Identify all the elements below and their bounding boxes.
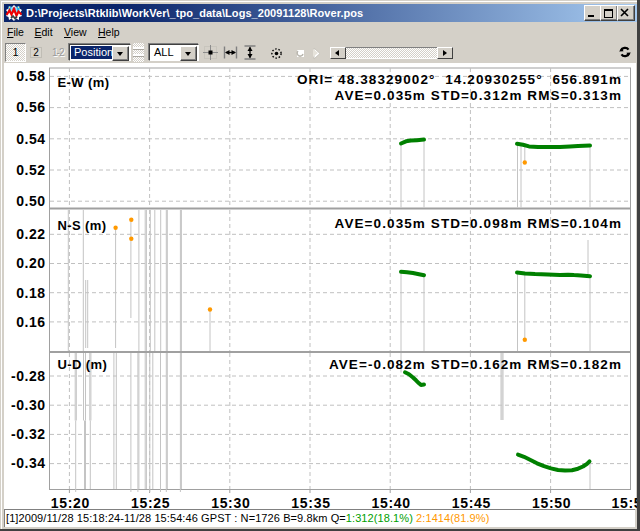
svg-text:-0.32: -0.32 bbox=[11, 426, 45, 442]
svg-text:AVE=0.035m STD=0.312m RMS=0.31: AVE=0.035m STD=0.312m RMS=0.313m bbox=[335, 88, 622, 103]
svg-text:0.58: 0.58 bbox=[16, 68, 45, 84]
svg-text:E-W (m): E-W (m) bbox=[58, 75, 110, 90]
svg-text:0.18: 0.18 bbox=[16, 285, 45, 301]
svg-text:0.50: 0.50 bbox=[16, 193, 45, 209]
svg-text:AVE=-0.082m STD=0.162m RMS=0.1: AVE=-0.082m STD=0.162m RMS=0.182m bbox=[329, 357, 622, 372]
svg-text:0.52: 0.52 bbox=[16, 162, 45, 178]
svg-text:0.56: 0.56 bbox=[16, 99, 45, 115]
svg-text:ORI= 48.38329002° 14.20930255: ORI= 48.38329002° 14.20930255° 656.891m bbox=[297, 72, 622, 87]
svg-text:N-S (m): N-S (m) bbox=[58, 218, 107, 233]
svg-text:0.20: 0.20 bbox=[16, 255, 45, 271]
svg-text:U-D (m): U-D (m) bbox=[58, 357, 108, 372]
svg-text:-0.34: -0.34 bbox=[11, 455, 45, 471]
svg-text:-0.28: -0.28 bbox=[11, 368, 45, 384]
svg-text:0.16: 0.16 bbox=[16, 314, 45, 330]
svg-text:0.22: 0.22 bbox=[16, 226, 45, 242]
svg-text:AVE=0.035m STD=0.098m RMS=0.10: AVE=0.035m STD=0.098m RMS=0.104m bbox=[335, 216, 622, 231]
svg-text:-0.30: -0.30 bbox=[11, 397, 45, 413]
svg-text:0.54: 0.54 bbox=[16, 131, 45, 147]
